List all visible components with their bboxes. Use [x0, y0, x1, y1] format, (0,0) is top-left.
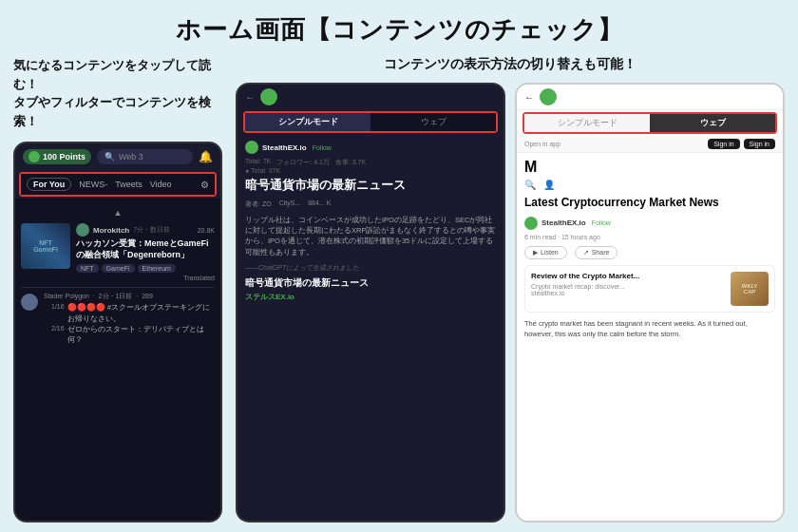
share-icon: ↗	[583, 249, 589, 256]
header: ホーム画面【コンテンツのチェック】	[0, 0, 798, 56]
feed-meta: Morokitch 7分・数日前 20.8K	[76, 223, 215, 237]
author-name: Morokitch	[93, 226, 129, 235]
phone-light-mockup: ← シンプルモード ウェブ Open in app	[515, 83, 785, 522]
bullet-2: 2/16 ゼロからのスタート：デリバティブとは何？	[51, 324, 215, 345]
feed-thumbnail: NFTGameFi	[21, 223, 70, 269]
web-mode-tab[interactable]: ウェブ	[370, 113, 496, 131]
tab-news[interactable]: NEWS-	[79, 180, 107, 189]
open-in-app-bar: Open in app Sign in Sign in	[517, 136, 783, 153]
share-btn[interactable]: ↗ Share	[575, 246, 618, 259]
tag-gamefi[interactable]: GameFi	[102, 264, 135, 273]
listen-btn[interactable]: ▶ Listen	[524, 246, 567, 259]
tab-bar: For You NEWS- Tweets Video ⚙	[21, 174, 215, 195]
light-source-name: StealthEX.io	[542, 218, 586, 227]
right-description: コンテンツの表示方法の切り替えも可能！	[236, 56, 785, 73]
light-icons-row: 🔍 👤	[524, 180, 775, 190]
feed-time: 7分・数日前	[133, 225, 170, 235]
page-title: ホーム画面【コンテンツのチェック】	[19, 13, 779, 47]
dark-article-body: リップル社は、コインベースが成功したIPOの足跡をたどり、SECが同社に対して提…	[245, 215, 496, 257]
feed-area: ▲ NFTGameFi Morokitch 7分・数日前 20.8	[15, 199, 220, 521]
stader-content: Stader Polygon · 2分・1日前 · 289 1/16 🔴🔴🔴🔴 …	[44, 292, 215, 345]
dark-article-title2: 暗号通貨市場の最新ニュース	[245, 276, 496, 290]
listen-share-row: ▶ Listen ↗ Share	[524, 246, 775, 259]
search-icon: 🔍	[104, 152, 115, 162]
medium-logo: M	[524, 159, 775, 176]
bell-icon[interactable]: 🔔	[199, 150, 213, 163]
feed-tags: NFT GameFi Ethereum	[76, 264, 215, 273]
dark-stat-total: Total: 7K	[245, 158, 271, 167]
dark-phone-content: StealthEX.io Follow Total: 7K フォロワー: 4.1…	[238, 135, 504, 521]
left-column: 気になるコンテンツをタップして読む！ タブやフィルターでコンテンツを検索！ 10…	[13, 56, 222, 522]
dark-article-title: 暗号通貨市場の最新ニュース	[245, 178, 496, 194]
card-desc: Crypto market recap: discover...	[531, 283, 725, 290]
listen-icon: ▶	[533, 249, 538, 256]
phone-light-nav: ←	[517, 85, 783, 110]
search-bar[interactable]: 🔍 Web 3	[97, 149, 193, 164]
dark-meta-source: CityS...	[279, 200, 301, 209]
dark-mode-tabs: シンプルモード ウェブ	[245, 113, 496, 131]
dark-source-name: StealthEX.io	[262, 143, 307, 152]
stader-meta: Stader Polygon · 2分・1日前 · 289	[44, 292, 215, 301]
filter-icon[interactable]: ⚙	[200, 180, 209, 190]
card-thumbnail: WKLYCAP	[731, 272, 769, 306]
light-article-body: The crypto market has been stagnant in r…	[524, 318, 775, 340]
translated-badge: Translated	[76, 275, 215, 281]
dark-views: ● Total: 37K	[245, 167, 496, 174]
bullet-1: 1/16 🔴🔴🔴🔴 #スクールオブステーキングにお帰りなさい。	[51, 302, 215, 323]
phone-dark-mockup: ← シンプルモード ウェブ StealthEX.io	[236, 83, 505, 522]
left-description: 気になるコンテンツをタップして読む！ タブやフィルターでコンテンツを検索！	[13, 56, 222, 130]
light-web-tab[interactable]: ウェブ	[650, 114, 775, 132]
light-source-avatar	[540, 88, 557, 105]
feed-content: Morokitch 7分・数日前 20.8K ハッカソン受賞：MemeとGame…	[76, 223, 215, 281]
scroll-up-icon[interactable]: ▲	[114, 208, 123, 218]
dark-meta-reads: 884... K	[308, 200, 331, 209]
stader-avatar	[21, 294, 38, 311]
dark-ai-badge: ——ChatGPTによって生成されました	[245, 263, 496, 273]
search-icon-light[interactable]: 🔍	[524, 180, 536, 190]
light-mode-tabs-wrapper: シンプルモード ウェブ	[522, 112, 777, 134]
light-avatar	[524, 217, 538, 230]
dark-source-row: StealthEX.io Follow	[245, 141, 496, 154]
thumb-image: NFTGameFi	[21, 223, 70, 269]
right-column: コンテンツの表示方法の切り替えも可能！ ← シンプルモード ウェブ	[236, 56, 785, 522]
tag-nft[interactable]: NFT	[76, 264, 99, 273]
dark-meta-author: 著者: ZO	[245, 200, 272, 209]
open-in-app-text: Open in app	[524, 141, 560, 147]
light-article-title: Latest Cryptocurrency Market News	[524, 196, 775, 211]
feed-item-main[interactable]: NFTGameFi Morokitch 7分・数日前 20.8K ハッカソン受賞…	[21, 223, 215, 281]
dark-source-stats: Total: 7K フォロワー: 4.1万 食事: 3.7K	[245, 158, 496, 167]
phone-left-mockup: 100 Points 🔍 Web 3 🔔 For You NEWS- Tweet…	[13, 142, 222, 522]
tab-video[interactable]: Video	[150, 180, 172, 189]
feed-item-stader[interactable]: Stader Polygon · 2分・1日前 · 289 1/16 🔴🔴🔴🔴 …	[21, 292, 215, 345]
bullet-items: 1/16 🔴🔴🔴🔴 #スクールオブステーキングにお帰りなさい。 2/16 ゼロか…	[44, 302, 215, 345]
card-source: stealthex.io	[531, 290, 725, 296]
tag-ethereum[interactable]: Ethereum	[138, 264, 176, 273]
dark-mode-tabs-wrapper: シンプルモード ウェブ	[243, 111, 498, 133]
tab-bar-wrapper: For You NEWS- Tweets Video ⚙	[19, 172, 217, 197]
dark-stat-food: 食事: 3.7K	[335, 158, 366, 167]
points-badge: 100 Points	[23, 149, 91, 164]
light-source-row: StealthEX.io Follow	[524, 217, 775, 230]
tab-for-you[interactable]: For You	[27, 178, 71, 191]
card-title: Review of the Crypto Market...	[531, 272, 725, 281]
dark-article-meta: 著者: ZO CityS... 884... K	[245, 200, 496, 209]
light-follow-btn[interactable]: Follow	[592, 219, 611, 226]
article-card-text: Review of the Crypto Market... Crypto ma…	[531, 272, 725, 306]
article-card[interactable]: Review of the Crypto Market... Crypto ma…	[524, 265, 775, 313]
light-back-arrow[interactable]: ←	[524, 92, 534, 103]
content-area: 気になるコンテンツをタップして読む！ タブやフィルターでコンテンツを検索！ 10…	[0, 56, 798, 532]
phone-top-bar: 100 Points 🔍 Web 3 🔔	[15, 143, 220, 170]
dark-stat-followers: フォロワー: 4.1万	[276, 158, 330, 167]
simple-mode-tab[interactable]: シンプルモード	[245, 113, 370, 131]
user-icon-light[interactable]: 👤	[543, 180, 555, 190]
back-arrow-icon[interactable]: ←	[245, 92, 255, 103]
dark-follow-btn[interactable]: Follow	[313, 144, 332, 151]
author-avatar	[76, 223, 89, 237]
tab-tweets[interactable]: Tweets	[115, 180, 142, 189]
sign-in-btn[interactable]: Sign in	[708, 139, 739, 149]
points-icon	[28, 151, 40, 162]
light-simple-tab[interactable]: シンプルモード	[524, 114, 650, 132]
dark-article-source2: ステルスEX.io	[245, 292, 496, 302]
feed-title: ハッカソン受賞：MemeとGameFiの融合領域「Degenreborn」	[76, 238, 215, 260]
dark-source-avatar	[260, 88, 277, 105]
